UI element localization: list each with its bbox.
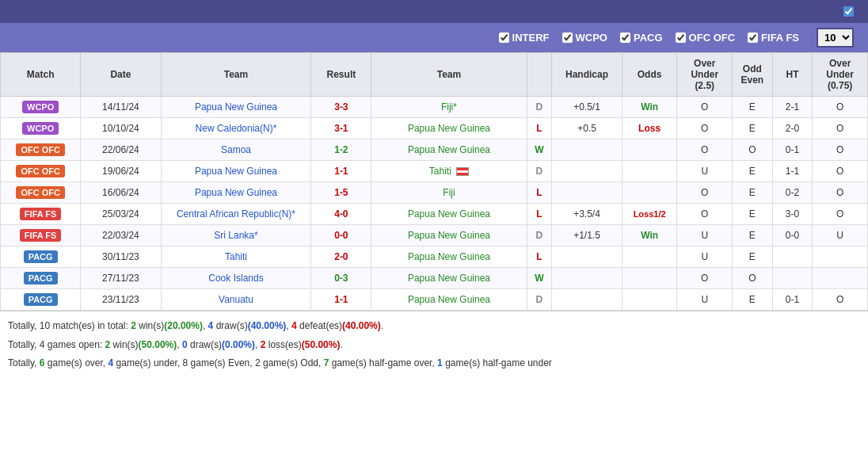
ht-score: 2-0	[772, 118, 813, 139]
team1-name[interactable]: Central African Republic(N)*	[161, 204, 311, 225]
ou25-value: O	[677, 204, 733, 225]
match-badge-cell: OFC OFC	[1, 139, 81, 161]
filter-ofcofc: OFC OFC	[676, 32, 736, 44]
filter-fifafs-label: FIFA FS	[761, 32, 799, 44]
match-score: 1-1	[311, 161, 371, 182]
team1-name[interactable]: Cook Islands	[161, 268, 311, 289]
match-badge-cell: FIFA FS	[1, 225, 81, 246]
col-header-dl	[527, 53, 552, 97]
display-notes-container	[843, 6, 858, 17]
ou075-value	[813, 268, 868, 289]
team1-name[interactable]: Tahiti	[161, 246, 311, 268]
odds-value: Win	[622, 225, 677, 246]
ou075-value: O	[813, 161, 868, 182]
filter-fifafs: FIFA FS	[748, 32, 799, 44]
team2-name[interactable]: Papua New Guinea	[371, 246, 527, 268]
oddeven-value: E	[733, 289, 773, 311]
table-header-row: Match Date Team Result Team Handicap Odd…	[1, 53, 868, 97]
ou25-value: U	[677, 289, 733, 311]
filter-pacg-label: PACG	[634, 32, 663, 44]
table-row: OFC OFC19/06/24Papua New Guinea1-1Tahiti…	[1, 161, 868, 182]
team1-name[interactable]: Papua New Guinea	[161, 161, 311, 182]
team2-name[interactable]: Tahiti	[371, 161, 527, 182]
ou25-value: O	[677, 118, 733, 139]
ht-score	[772, 268, 813, 289]
team2-name[interactable]: Papua New Guinea	[371, 118, 527, 139]
ou25-value: O	[677, 139, 733, 161]
result-letter: D	[527, 97, 552, 118]
oddeven-value: E	[733, 246, 773, 268]
match-date: 22/06/24	[81, 139, 161, 161]
filter-fifafs-checkbox[interactable]	[748, 32, 758, 43]
handicap-value	[552, 268, 622, 289]
team1-name[interactable]: Sri Lanka*	[161, 225, 311, 246]
table-row: PACG30/11/23Tahiti2-0Papua New GuineaLUE	[1, 246, 868, 268]
handicap-value	[552, 289, 622, 311]
match-badge-cell: FIFA FS	[1, 204, 81, 225]
ou25-value: U	[677, 161, 733, 182]
match-badge: PACG	[24, 250, 58, 263]
oddeven-value: E	[733, 118, 773, 139]
ou075-value: O	[813, 182, 868, 204]
team1-name[interactable]: New Caledonia(N)*	[161, 118, 311, 139]
team2-name[interactable]: Fiji	[371, 182, 527, 204]
result-letter: L	[527, 118, 552, 139]
match-score: 4-0	[311, 204, 371, 225]
team1-name[interactable]: Papua New Guinea	[161, 182, 311, 204]
table-row: FIFA FS22/03/24Sri Lanka*0-0Papua New Gu…	[1, 225, 868, 246]
col-header-match: Match	[1, 53, 81, 97]
team2-name[interactable]: Papua New Guinea	[371, 289, 527, 311]
handicap-value: +3.5/4	[552, 204, 622, 225]
match-score: 3-3	[311, 97, 371, 118]
filter-pacg-checkbox[interactable]	[620, 32, 630, 43]
ou25-value: O	[677, 268, 733, 289]
team2-name[interactable]: Papua New Guinea	[371, 268, 527, 289]
table-row: PACG23/11/23Vanuatu1-1Papua New GuineaDU…	[1, 289, 868, 311]
match-date: 23/11/23	[81, 289, 161, 311]
ou25-value: O	[677, 97, 733, 118]
oddeven-value: E	[733, 97, 773, 118]
games-select[interactable]: 10 20 30	[817, 28, 854, 48]
match-badge: PACG	[24, 272, 58, 284]
result-letter: W	[527, 139, 552, 161]
odds-value: Win	[622, 97, 677, 118]
result-letter: D	[527, 161, 552, 182]
odds-value: Loss1/2	[622, 204, 677, 225]
team2-name[interactable]: Papua New Guinea	[371, 225, 527, 246]
filter-interf-checkbox[interactable]	[499, 32, 509, 43]
col-header-result: Result	[311, 53, 371, 97]
match-badge: FIFA FS	[20, 229, 62, 242]
filter-wcpo-label: WCPO	[576, 32, 607, 44]
ht-score: 0-2	[772, 182, 813, 204]
ht-score: 3-0	[772, 204, 813, 225]
match-badge-cell: WCPO	[1, 97, 81, 118]
team1-name[interactable]: Samoa	[161, 139, 311, 161]
header	[0, 0, 868, 23]
handicap-value	[552, 182, 622, 204]
ou075-value: O	[813, 139, 868, 161]
col-header-ou075: Over Under (0.75)	[813, 53, 868, 97]
team1-name[interactable]: Papua New Guinea	[161, 97, 311, 118]
match-badge-cell: PACG	[1, 289, 81, 311]
team2-name[interactable]: Fiji*	[371, 97, 527, 118]
ht-score	[772, 246, 813, 268]
filter-interf-label: INTERF	[512, 32, 550, 44]
filter-ofcofc-checkbox[interactable]	[676, 32, 686, 43]
match-date: 14/11/24	[81, 97, 161, 118]
handicap-value: +0.5	[552, 118, 622, 139]
odds-value	[622, 289, 677, 311]
match-badge: OFC OFC	[16, 143, 65, 156]
odds-value	[622, 246, 677, 268]
filter-interf: INTERF	[499, 32, 550, 44]
match-badge: FIFA FS	[20, 208, 62, 220]
team2-name[interactable]: Papua New Guinea	[371, 204, 527, 225]
team1-name[interactable]: Vanuatu	[161, 289, 311, 311]
ou075-value	[813, 246, 868, 268]
display-notes-checkbox[interactable]	[843, 6, 854, 17]
team2-name[interactable]: Papua New Guinea	[371, 139, 527, 161]
ou075-value: O	[813, 204, 868, 225]
match-badge: OFC OFC	[16, 186, 65, 199]
filter-wcpo-checkbox[interactable]	[562, 32, 573, 43]
match-badge: WCPO	[22, 122, 59, 135]
odds-value	[622, 182, 677, 204]
